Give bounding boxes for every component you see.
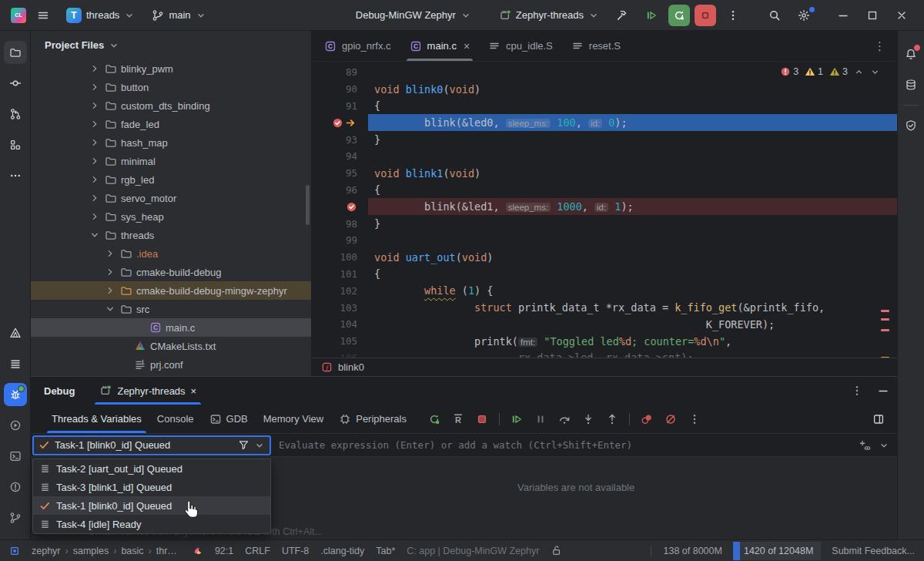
code-line-100[interactable]: 100 void uart_out(void): [312, 249, 897, 266]
gutter-line-104[interactable]: 104: [312, 318, 368, 330]
code-line-98[interactable]: 98 }: [312, 215, 897, 232]
more-actions-button[interactable]: [721, 5, 745, 25]
code-line-99[interactable]: 99: [312, 232, 897, 249]
tool-strip-trust[interactable]: [899, 114, 922, 137]
gutter-line-95[interactable]: 95: [312, 167, 368, 179]
maximize-button[interactable]: [858, 4, 887, 27]
resume-program-button[interactable]: [639, 5, 664, 25]
thread-selector-combobox[interactable]: Task-1 [blink0_id] Queued: [32, 435, 271, 455]
line-ending[interactable]: CRLF: [245, 546, 270, 556]
stop-button[interactable]: [695, 5, 716, 26]
kebab-gray-button[interactable]: [685, 410, 704, 428]
tool-strip-problems[interactable]: [4, 475, 27, 499]
tool-strip-terminal[interactable]: [4, 445, 27, 468]
tree-item-threads[interactable]: threads: [31, 226, 311, 244]
debug-tab-console[interactable]: Console: [149, 405, 202, 433]
debug-tab-memory-view[interactable]: Memory View: [256, 405, 332, 433]
stop-red-button[interactable]: [473, 410, 491, 428]
dropdown-item[interactable]: Task-1 [blink0_id] Queued: [33, 496, 270, 515]
memory-indicator[interactable]: 1420 of 12048M: [733, 542, 821, 560]
editor-tab-gpio_nrfx-c[interactable]: Cgpio_nrfx.c: [315, 31, 400, 61]
tool-strip-git[interactable]: [4, 506, 27, 529]
tree-item-src[interactable]: src: [31, 300, 311, 318]
main-menu-icon[interactable]: [31, 5, 55, 25]
resume-button[interactable]: [507, 410, 526, 428]
tree-item-rgb-led[interactable]: rgb_led: [31, 170, 311, 189]
editor-tab-main-c[interactable]: Cmain.c ×: [400, 31, 479, 61]
code-line-97[interactable]: blink(&led1, sleep_ms: 1000, id: 1);: [312, 198, 897, 215]
add-watch-icon[interactable]: [859, 439, 871, 452]
editor-tab-cpu_idle-s[interactable]: cpu_idle.S: [479, 31, 562, 61]
tool-strip-database[interactable]: [899, 73, 922, 96]
tree-item-cmakelists-txt[interactable]: CMakeLists.txt: [31, 337, 311, 355]
breadcrumb[interactable]: f blink0: [312, 358, 897, 376]
dropdown-item[interactable]: Task-2 [uart_out_id] Queued: [33, 459, 270, 478]
reset-r-button[interactable]: R: [449, 410, 467, 428]
gutter-line-93[interactable]: 93: [312, 134, 368, 146]
next-problem-button[interactable]: [870, 67, 880, 77]
gutter-line-98[interactable]: 98: [312, 218, 368, 230]
gutter-line-96[interactable]: 96: [312, 184, 368, 196]
project-widget[interactable]: T threads: [60, 4, 141, 27]
tree-item-blinky-pwm[interactable]: blinky_pwm: [31, 59, 311, 78]
error-stripe[interactable]: [880, 62, 891, 358]
code-line-104[interactable]: 104 K_FOREVER);: [312, 316, 897, 333]
tool-strip-notifications[interactable]: [899, 42, 922, 66]
tree-item-cmake-build-debug[interactable]: cmake-build-debug: [31, 263, 311, 281]
filter-icon[interactable]: [238, 439, 249, 451]
view-bp-button[interactable]: [638, 410, 656, 428]
project-view-header[interactable]: Project Files: [31, 31, 311, 59]
editor-tabs-options-icon[interactable]: ⋮: [863, 39, 897, 53]
gutter-line-91[interactable]: 91: [312, 100, 368, 112]
code-line-102[interactable]: 102 while (1) {: [312, 282, 897, 299]
code-line-90[interactable]: 90 void blink0(void): [312, 81, 897, 98]
tree-item--idea[interactable]: .idea: [31, 244, 311, 263]
gutter-line-97[interactable]: [312, 201, 368, 213]
editor-tab-reset-s[interactable]: reset.S: [562, 31, 630, 61]
code-line-91[interactable]: 91 {: [312, 98, 897, 115]
tree-item-servo-motor[interactable]: servo_motor: [31, 189, 311, 207]
panel-options-button[interactable]: [851, 385, 863, 397]
tool-strip-more-tools[interactable]: [4, 164, 27, 187]
rerun-debug-button[interactable]: [668, 5, 690, 26]
gutter-line-101[interactable]: 101: [312, 268, 368, 280]
tool-strip-project-folder[interactable]: [4, 41, 27, 64]
settings-button[interactable]: [792, 5, 816, 25]
tool-strip-cmake[interactable]: [4, 321, 27, 344]
code-line-96[interactable]: 96 {: [312, 182, 897, 199]
rerun-green-button[interactable]: [425, 410, 444, 428]
code-line-92[interactable]: blink(&led0, sleep_ms: 100, id: 0);: [312, 114, 897, 131]
debug-session-tab[interactable]: Zephyr-threads ×: [92, 377, 204, 405]
submit-feedback-link[interactable]: Submit Feedback...: [832, 546, 915, 556]
gutter-line-90[interactable]: 90: [312, 83, 368, 95]
build-button[interactable]: [610, 5, 634, 25]
debug-tab-gdb[interactable]: GDB: [202, 405, 256, 433]
code-line-105[interactable]: 105 printk(fmt: "Toggled led%d; counter=…: [312, 333, 897, 350]
code-line-94[interactable]: 94: [312, 148, 897, 165]
file-encoding[interactable]: UTF-8: [282, 546, 309, 556]
tree-item-custom-dts-binding[interactable]: custom_dts_binding: [31, 96, 311, 115]
run-configuration-selector[interactable]: Debug-MinGW Zephyr: [350, 5, 477, 25]
tree-item-prj-conf[interactable]: prj.conf: [31, 355, 311, 374]
gutter-line-103[interactable]: 103: [312, 302, 368, 314]
inspection-widget[interactable]: 3 1 3: [780, 66, 880, 77]
gutter-line-106[interactable]: 106: [312, 352, 368, 358]
layout-settings-button[interactable]: [872, 413, 885, 425]
caret-position[interactable]: 92:1: [215, 546, 233, 556]
debug-tab-threads-variables[interactable]: Threads & Variables: [44, 405, 149, 433]
code-line-93[interactable]: 93 }: [312, 131, 897, 148]
gutter-line-105[interactable]: 105: [312, 335, 368, 347]
pause-button[interactable]: [531, 410, 550, 428]
code-line-103[interactable]: 103 struct printk_data_t *rx_data = k_fi…: [312, 299, 897, 316]
step-out-button[interactable]: [603, 410, 621, 428]
close-tab-icon[interactable]: ×: [464, 40, 470, 52]
heap-indicator[interactable]: 138 of 8000M: [651, 546, 721, 556]
tool-strip-pull-requests[interactable]: [4, 102, 27, 126]
toolchain-widget[interactable]: C: app | Debug-MinGW Zephyr: [407, 546, 539, 556]
gutter-line-99[interactable]: 99: [312, 234, 368, 246]
close-tab-icon[interactable]: ×: [191, 385, 197, 397]
tool-strip-structure[interactable]: [4, 133, 27, 156]
code-editor[interactable]: 89 90 void blink0(void) 91 { blink(&led0…: [312, 62, 897, 358]
dropdown-item[interactable]: Task-3 [blink1_id] Queued: [33, 478, 270, 496]
code-line-106[interactable]: 106 rx_data->led, rx_data->cnt);: [312, 350, 897, 358]
